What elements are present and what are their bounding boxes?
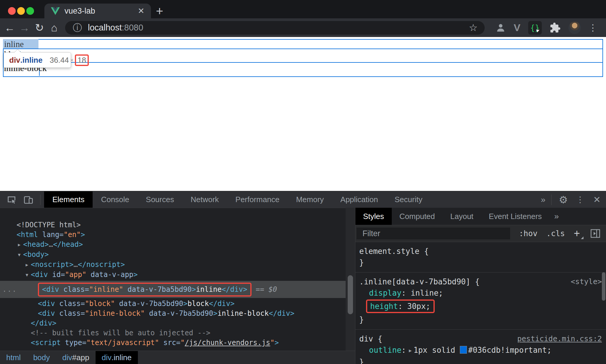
devtools-tab-performance[interactable]: Performance — [227, 191, 288, 208]
toggle-classes-button[interactable]: .cls — [546, 229, 565, 238]
elements-scrollbar[interactable] — [346, 208, 355, 351]
devtools-close-icon[interactable]: ✕ — [593, 194, 601, 205]
sidebar-tab-styles[interactable]: Styles — [355, 208, 392, 225]
more-panels-icon[interactable]: » — [535, 195, 552, 204]
elements-tree: <!DOCTYPE html><html lang="en">▶<head>…<… — [0, 208, 346, 351]
tree-row[interactable]: <div class="inline-block" data-v-7ba5bd9… — [0, 309, 346, 318]
disclosure-arrow-icon[interactable]: ▼ — [15, 250, 23, 260]
sidebar-tab-event-listeners[interactable]: Event Listeners — [481, 208, 549, 225]
tooltip-tag: div — [9, 56, 20, 65]
expand-shorthand-icon[interactable]: ▶ — [406, 348, 413, 353]
styles-filter-input[interactable]: Filter — [357, 228, 510, 239]
devtools-tab-sources[interactable]: Sources — [138, 191, 182, 208]
disclosure-arrow-icon[interactable]: ▶ — [23, 260, 31, 270]
new-tab-button[interactable]: + — [156, 4, 163, 18]
style-rules: element.style {}.inline[data-v-7ba5bd90]… — [355, 242, 606, 364]
style-rule[interactable]: div {pesticide.min.css:2outline: ▶1px so… — [355, 330, 606, 364]
rule-close-brace: } — [359, 257, 606, 268]
devtools-tabbar: ElementsConsoleSourcesNetworkPerformance… — [44, 191, 535, 208]
tree-row[interactable]: ▼<body> — [0, 250, 346, 260]
profile-avatar[interactable] — [568, 22, 581, 34]
inline-div-text[interactable]: inline — [4, 39, 24, 49]
devtools-tab-elements[interactable]: Elements — [44, 191, 93, 208]
puzzle-extensions-icon[interactable] — [549, 22, 561, 33]
breadcrumb-item[interactable]: div.inline — [96, 351, 138, 364]
css-property[interactable]: height: 30px; — [359, 299, 606, 314]
browser-menu-icon[interactable]: ⋮ — [589, 22, 597, 33]
page-viewport: inline block inline-block div.inline 36.… — [0, 37, 606, 191]
address-bar[interactable]: ⓘ localhost:8080 ☆ — [65, 21, 485, 35]
elements-panel: <!DOCTYPE html><html lang="en">▶<head>…<… — [0, 208, 355, 364]
tree-row[interactable]: ▶<noscript>…</noscript> — [0, 260, 346, 270]
tab-title: vue3-lab — [65, 7, 138, 16]
sidebar-tab-layout[interactable]: Layout — [443, 208, 481, 225]
sidebar-more-icon[interactable]: » — [549, 208, 564, 225]
tree-row[interactable]: </div> — [0, 318, 346, 328]
tree-row[interactable]: ▶<head>…</head> — [0, 240, 346, 250]
toggle-hover-state-button[interactable]: :hov — [519, 229, 538, 238]
tree-row-selected[interactable]: ...<div class="inline" data-v-7ba5bd90>i… — [0, 281, 346, 298]
vue-favicon — [51, 7, 60, 15]
back-icon[interactable]: ← — [2, 22, 17, 34]
forward-icon[interactable]: → — [17, 22, 32, 34]
devtools-tab-memory[interactable]: Memory — [288, 191, 332, 208]
style-rule[interactable]: .inline[data-v-7ba5bd90] {<style>display… — [355, 273, 606, 330]
sidebar-tab-computed[interactable]: Computed — [392, 208, 443, 225]
breadcrumb-item[interactable]: body — [27, 351, 56, 364]
tree-row[interactable]: ▼<div id="app" data-v-app> — [0, 270, 346, 280]
traffic-zoom-button[interactable] — [26, 7, 34, 15]
titlebar: vue3-lab ✕ + — [0, 0, 606, 18]
reload-icon[interactable]: ↻ — [32, 22, 47, 34]
disclosure-arrow-icon[interactable]: ▼ — [23, 270, 31, 280]
url-port: :8080 — [122, 23, 143, 32]
css-property[interactable]: outline: ▶1px solid #036cdb!important; — [359, 344, 606, 356]
devtools-tab-security[interactable]: Security — [386, 191, 431, 208]
breadcrumb-item[interactable]: html — [0, 351, 27, 364]
person-extension-icon[interactable] — [495, 22, 506, 33]
breadcrumb-item[interactable]: div#app — [56, 351, 96, 364]
annotation-red-box: <div class="inline" data-v-7ba5bd90>inli… — [38, 283, 252, 297]
tab-close-icon[interactable]: ✕ — [138, 6, 144, 16]
toolbar-divider — [40, 194, 41, 205]
annotation-red-box: height: 30px; — [366, 299, 435, 313]
devtools-menu-icon[interactable]: ⋮ — [576, 195, 584, 204]
pesticide-outline-box — [3, 39, 603, 77]
sidebar-toggle-icon[interactable] — [590, 229, 601, 238]
devtools-toolbar-right: ⚙ ⋮ ✕ — [551, 194, 601, 206]
settings-gear-icon[interactable]: ⚙ — [559, 194, 568, 206]
bookmark-star-icon[interactable]: ☆ — [469, 22, 478, 33]
pesticide-divider-1 — [3, 49, 602, 49]
tooltip-class: .inline — [20, 56, 43, 65]
new-style-rule-button[interactable]: + — [574, 227, 580, 240]
tree-row[interactable]: <!DOCTYPE html> — [0, 220, 346, 230]
node-options-ellipsis[interactable]: ... — [2, 285, 17, 294]
tree-row[interactable]: <!-- built files will be auto injected -… — [0, 328, 346, 338]
browser-tab[interactable]: vue3-lab ✕ — [44, 4, 151, 18]
sidebar-scrollbar-thumb[interactable] — [602, 272, 605, 301]
braces-extension-icon[interactable]: {}▶ — [528, 21, 542, 35]
stylesheet-origin: <style> — [571, 277, 602, 286]
devtools-tab-network[interactable]: Network — [182, 191, 227, 208]
css-property[interactable]: display: inline; — [359, 287, 606, 299]
stylesheet-link[interactable]: pesticide.min.css:2 — [517, 334, 602, 343]
device-toolbar-icon[interactable] — [23, 194, 34, 205]
devtools-tab-application[interactable]: Application — [332, 191, 386, 208]
style-rule[interactable]: element.style {} — [355, 242, 606, 273]
tree-row[interactable]: <html lang="en"> — [0, 230, 346, 240]
site-info-icon[interactable]: ⓘ — [73, 22, 82, 34]
sidebar-tabbar: StylesComputedLayoutEvent Listeners» — [355, 208, 606, 225]
inspect-element-icon[interactable] — [7, 195, 17, 205]
screenshot-root: vue3-lab ✕ + ← → ↻ ⌂ ⓘ localhost:8080 ☆ … — [0, 0, 606, 364]
traffic-close-button[interactable] — [8, 7, 16, 15]
devtools-tab-console[interactable]: Console — [93, 191, 137, 208]
vue-devtools-icon[interactable]: V — [514, 22, 520, 33]
home-icon[interactable]: ⌂ — [47, 22, 62, 34]
color-swatch[interactable] — [460, 346, 467, 354]
styles-sidebar: StylesComputedLayoutEvent Listeners» Fil… — [355, 208, 606, 364]
rule-close-brace: } — [359, 356, 606, 364]
tree-row[interactable]: <script type="text/javascript" src="/js/… — [0, 338, 346, 348]
traffic-minimize-button[interactable] — [17, 7, 25, 15]
tree-row[interactable]: <div class="block" data-v-7ba5bd90>block… — [0, 299, 346, 309]
scrollbar-thumb[interactable] — [348, 275, 353, 314]
disclosure-arrow-icon[interactable]: ▶ — [15, 240, 23, 250]
